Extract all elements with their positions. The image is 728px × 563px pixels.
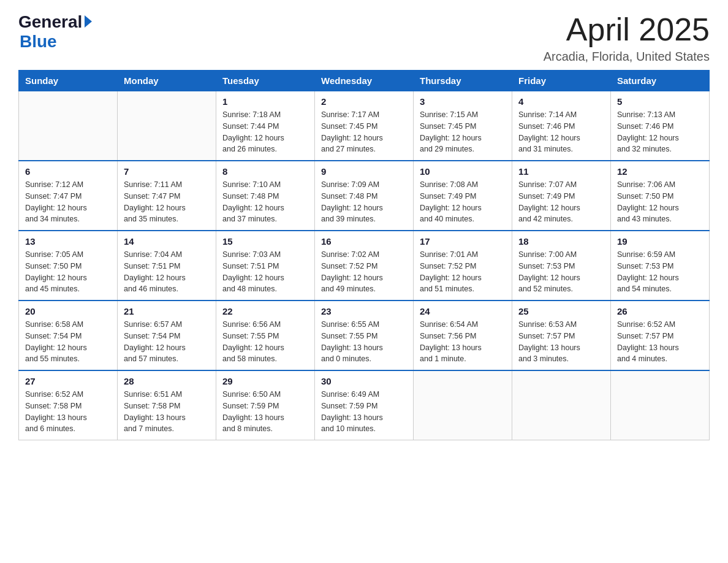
calendar-header-thursday: Thursday <box>414 71 512 91</box>
day-info: Sunrise: 7:07 AM Sunset: 7:49 PM Dayligh… <box>518 179 604 225</box>
calendar-cell: 22Sunrise: 6:56 AM Sunset: 7:55 PM Dayli… <box>216 301 315 370</box>
logo-blue-text: Blue <box>20 32 92 52</box>
day-number: 23 <box>321 306 407 316</box>
day-number: 10 <box>420 166 506 177</box>
day-info: Sunrise: 6:49 AM Sunset: 7:59 PM Dayligh… <box>321 389 407 435</box>
day-info: Sunrise: 7:05 AM Sunset: 7:50 PM Dayligh… <box>25 249 111 295</box>
day-number: 13 <box>25 236 111 247</box>
calendar-cell: 26Sunrise: 6:52 AM Sunset: 7:57 PM Dayli… <box>611 301 710 370</box>
calendar-cell: 27Sunrise: 6:52 AM Sunset: 7:58 PM Dayli… <box>19 370 118 440</box>
calendar-cell: 5Sunrise: 7:13 AM Sunset: 7:46 PM Daylig… <box>611 91 710 161</box>
calendar-cell: 1Sunrise: 7:18 AM Sunset: 7:44 PM Daylig… <box>216 91 315 161</box>
day-number: 4 <box>518 96 604 107</box>
calendar-cell: 15Sunrise: 7:03 AM Sunset: 7:51 PM Dayli… <box>216 231 315 301</box>
calendar-cell: 23Sunrise: 6:55 AM Sunset: 7:55 PM Dayli… <box>315 301 414 370</box>
day-info: Sunrise: 6:52 AM Sunset: 7:58 PM Dayligh… <box>25 389 111 435</box>
calendar-week-row: 27Sunrise: 6:52 AM Sunset: 7:58 PM Dayli… <box>19 370 710 440</box>
logo-arrow-icon <box>85 15 92 28</box>
day-info: Sunrise: 7:12 AM Sunset: 7:47 PM Dayligh… <box>25 179 111 225</box>
day-info: Sunrise: 7:02 AM Sunset: 7:52 PM Dayligh… <box>321 249 407 295</box>
calendar-cell: 30Sunrise: 6:49 AM Sunset: 7:59 PM Dayli… <box>315 370 414 440</box>
calendar-header-tuesday: Tuesday <box>216 71 315 91</box>
day-info: Sunrise: 6:59 AM Sunset: 7:53 PM Dayligh… <box>617 249 703 295</box>
calendar-cell: 24Sunrise: 6:54 AM Sunset: 7:56 PM Dayli… <box>414 301 512 370</box>
day-number: 9 <box>321 166 407 177</box>
day-info: Sunrise: 6:57 AM Sunset: 7:54 PM Dayligh… <box>124 319 210 365</box>
calendar-cell: 11Sunrise: 7:07 AM Sunset: 7:49 PM Dayli… <box>512 161 611 231</box>
day-info: Sunrise: 6:53 AM Sunset: 7:57 PM Dayligh… <box>518 319 604 365</box>
day-number: 5 <box>617 96 703 107</box>
day-number: 25 <box>518 306 604 316</box>
day-number: 24 <box>420 306 506 316</box>
logo: General Blue <box>18 12 92 52</box>
calendar-header-monday: Monday <box>118 71 216 91</box>
calendar-cell: 6Sunrise: 7:12 AM Sunset: 7:47 PM Daylig… <box>19 161 118 231</box>
day-info: Sunrise: 7:17 AM Sunset: 7:45 PM Dayligh… <box>321 109 407 155</box>
calendar-header-saturday: Saturday <box>611 71 710 91</box>
calendar-cell: 28Sunrise: 6:51 AM Sunset: 7:58 PM Dayli… <box>118 370 216 440</box>
day-number: 6 <box>25 166 111 177</box>
logo-general-text: General <box>18 12 82 32</box>
calendar-cell: 25Sunrise: 6:53 AM Sunset: 7:57 PM Dayli… <box>512 301 611 370</box>
calendar-table: SundayMondayTuesdayWednesdayThursdayFrid… <box>18 70 710 440</box>
calendar-header-sunday: Sunday <box>19 71 118 91</box>
day-info: Sunrise: 7:14 AM Sunset: 7:46 PM Dayligh… <box>518 109 604 155</box>
day-info: Sunrise: 7:06 AM Sunset: 7:50 PM Dayligh… <box>617 179 703 225</box>
day-info: Sunrise: 7:03 AM Sunset: 7:51 PM Dayligh… <box>222 249 308 295</box>
day-number: 11 <box>518 166 604 177</box>
day-number: 22 <box>222 306 308 316</box>
day-number: 19 <box>617 236 703 247</box>
day-info: Sunrise: 6:55 AM Sunset: 7:55 PM Dayligh… <box>321 319 407 365</box>
calendar-cell <box>512 370 611 440</box>
calendar-header-wednesday: Wednesday <box>315 71 414 91</box>
title-block: April 2025 Arcadia, Florida, United Stat… <box>544 12 710 64</box>
day-number: 26 <box>617 306 703 316</box>
day-info: Sunrise: 7:08 AM Sunset: 7:49 PM Dayligh… <box>420 179 506 225</box>
day-number: 18 <box>518 236 604 247</box>
day-info: Sunrise: 6:56 AM Sunset: 7:55 PM Dayligh… <box>222 319 308 365</box>
calendar-cell <box>19 91 118 161</box>
calendar-cell: 18Sunrise: 7:00 AM Sunset: 7:53 PM Dayli… <box>512 231 611 301</box>
day-number: 20 <box>25 306 111 316</box>
location-title: Arcadia, Florida, United States <box>544 50 710 64</box>
day-number: 3 <box>420 96 506 107</box>
day-info: Sunrise: 7:10 AM Sunset: 7:48 PM Dayligh… <box>222 179 308 225</box>
calendar-cell: 20Sunrise: 6:58 AM Sunset: 7:54 PM Dayli… <box>19 301 118 370</box>
day-number: 27 <box>25 376 111 386</box>
day-info: Sunrise: 7:00 AM Sunset: 7:53 PM Dayligh… <box>518 249 604 295</box>
calendar-cell: 10Sunrise: 7:08 AM Sunset: 7:49 PM Dayli… <box>414 161 512 231</box>
calendar-cell: 29Sunrise: 6:50 AM Sunset: 7:59 PM Dayli… <box>216 370 315 440</box>
day-number: 21 <box>124 306 210 316</box>
calendar-cell: 8Sunrise: 7:10 AM Sunset: 7:48 PM Daylig… <box>216 161 315 231</box>
calendar-cell: 14Sunrise: 7:04 AM Sunset: 7:51 PM Dayli… <box>118 231 216 301</box>
day-info: Sunrise: 7:01 AM Sunset: 7:52 PM Dayligh… <box>420 249 506 295</box>
day-number: 8 <box>222 166 308 177</box>
calendar-header-row: SundayMondayTuesdayWednesdayThursdayFrid… <box>19 71 710 91</box>
month-title: April 2025 <box>544 12 710 47</box>
day-number: 1 <box>222 96 308 107</box>
day-info: Sunrise: 7:13 AM Sunset: 7:46 PM Dayligh… <box>617 109 703 155</box>
calendar-cell: 17Sunrise: 7:01 AM Sunset: 7:52 PM Dayli… <box>414 231 512 301</box>
day-info: Sunrise: 6:54 AM Sunset: 7:56 PM Dayligh… <box>420 319 506 365</box>
calendar-week-row: 20Sunrise: 6:58 AM Sunset: 7:54 PM Dayli… <box>19 301 710 370</box>
day-number: 15 <box>222 236 308 247</box>
day-number: 29 <box>222 376 308 386</box>
calendar-cell: 3Sunrise: 7:15 AM Sunset: 7:45 PM Daylig… <box>414 91 512 161</box>
day-info: Sunrise: 7:11 AM Sunset: 7:47 PM Dayligh… <box>124 179 210 225</box>
day-info: Sunrise: 6:58 AM Sunset: 7:54 PM Dayligh… <box>25 319 111 365</box>
day-info: Sunrise: 7:09 AM Sunset: 7:48 PM Dayligh… <box>321 179 407 225</box>
day-info: Sunrise: 6:50 AM Sunset: 7:59 PM Dayligh… <box>222 389 308 435</box>
day-number: 2 <box>321 96 407 107</box>
calendar-cell: 19Sunrise: 6:59 AM Sunset: 7:53 PM Dayli… <box>611 231 710 301</box>
calendar-cell: 4Sunrise: 7:14 AM Sunset: 7:46 PM Daylig… <box>512 91 611 161</box>
day-number: 12 <box>617 166 703 177</box>
calendar-cell: 21Sunrise: 6:57 AM Sunset: 7:54 PM Dayli… <box>118 301 216 370</box>
day-info: Sunrise: 7:18 AM Sunset: 7:44 PM Dayligh… <box>222 109 308 155</box>
calendar-cell: 2Sunrise: 7:17 AM Sunset: 7:45 PM Daylig… <box>315 91 414 161</box>
day-info: Sunrise: 7:15 AM Sunset: 7:45 PM Dayligh… <box>420 109 506 155</box>
calendar-header-friday: Friday <box>512 71 611 91</box>
calendar-week-row: 6Sunrise: 7:12 AM Sunset: 7:47 PM Daylig… <box>19 161 710 231</box>
calendar-cell: 16Sunrise: 7:02 AM Sunset: 7:52 PM Dayli… <box>315 231 414 301</box>
day-number: 7 <box>124 166 210 177</box>
calendar-cell <box>414 370 512 440</box>
